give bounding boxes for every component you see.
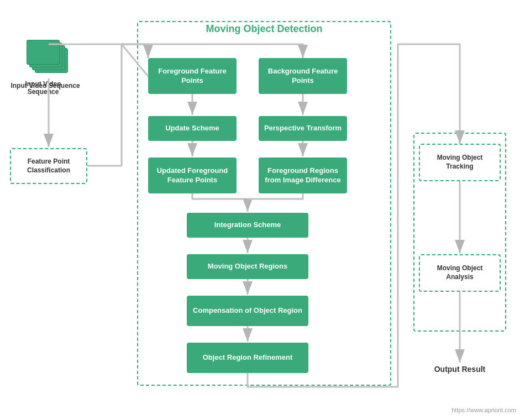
moving-object-regions-box: Moving Object Regions	[187, 254, 308, 279]
feature-point-classification-box: Feature Point Classification	[10, 148, 87, 184]
moving-object-detection-label: Moving Object Detection	[137, 23, 391, 35]
integration-scheme-box: Integration Scheme	[187, 213, 308, 238]
foreground-regions-box: Foreground Regions from Image Difference	[259, 158, 347, 193]
watermark: https://www.apriorit.com	[452, 407, 516, 413]
output-result-label: Output Result	[419, 365, 501, 374]
moving-object-analysis-box: Moving Object Analysis	[419, 254, 501, 292]
background-feature-points-box: Background Feature Points	[259, 58, 347, 94]
updated-foreground-feature-points-box: Updated Foreground Feature Points	[148, 158, 237, 193]
diagram-container: Input Video Sequence Feature Point Class…	[0, 0, 525, 420]
perspective-transform-box: Perspective Transform	[259, 116, 347, 141]
video-stack-icon	[27, 40, 71, 78]
object-region-refinement-box: Object Region Refinement	[187, 343, 308, 373]
moving-object-tracking-box: Moving Object Tracking	[419, 144, 501, 181]
update-scheme-box: Update Scheme	[148, 116, 237, 141]
compensation-of-object-region-box: Compensation of Object Region	[187, 296, 308, 326]
input-video-sequence-label: Input Video Sequence	[7, 82, 84, 91]
foreground-feature-points-box: Foreground Feature Points	[148, 58, 237, 94]
